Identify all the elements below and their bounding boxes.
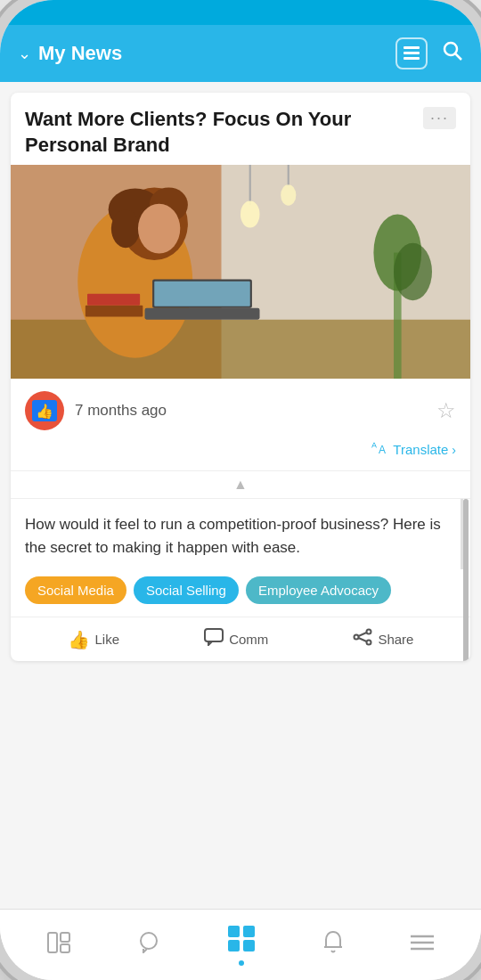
status-bar <box>0 0 481 25</box>
meta-left: 👍 7 months ago <box>25 391 167 430</box>
home-icon <box>227 925 256 957</box>
comment-icon <box>204 628 224 650</box>
content-area: Want More Clients? Focus On Your Persona… <box>0 82 481 909</box>
svg-rect-40 <box>228 940 240 951</box>
scroll-up-icon: ▲ <box>233 477 248 493</box>
translate-label: Translate <box>393 442 448 457</box>
nav-title-area[interactable]: ⌄ My News <box>18 42 122 65</box>
nav-item-feed[interactable] <box>37 928 81 962</box>
nav-icons <box>395 37 463 69</box>
svg-text:A: A <box>379 444 386 455</box>
svg-point-12 <box>111 209 140 248</box>
svg-point-30 <box>367 641 371 645</box>
article-title: Want More Clients? Focus On Your Persona… <box>25 107 416 158</box>
list-view-button[interactable] <box>395 37 428 69</box>
top-nav: ⌄ My News <box>0 25 481 82</box>
svg-rect-28 <box>205 629 223 641</box>
feed-icon <box>47 932 70 959</box>
scrollbar-track[interactable] <box>463 499 469 569</box>
nav-item-home[interactable] <box>216 921 266 969</box>
svg-point-25 <box>281 184 296 206</box>
svg-point-23 <box>240 201 260 228</box>
nav-title: My News <box>38 42 122 65</box>
svg-rect-18 <box>87 294 140 306</box>
svg-point-29 <box>367 630 371 634</box>
card-menu-button[interactable]: ··· <box>423 107 456 129</box>
svg-line-33 <box>359 633 367 636</box>
card-header: Want More Clients? Focus On Your Persona… <box>11 93 470 165</box>
share-button[interactable]: Share <box>353 628 413 650</box>
svg-point-21 <box>394 243 432 301</box>
svg-rect-35 <box>61 933 69 942</box>
svg-rect-16 <box>154 282 250 306</box>
svg-rect-17 <box>86 306 143 317</box>
svg-point-3 <box>444 43 457 55</box>
nav-item-chat[interactable] <box>126 928 171 962</box>
nav-item-menu[interactable] <box>400 929 444 961</box>
like-label: Like <box>95 632 120 647</box>
svg-rect-14 <box>145 308 260 320</box>
comment-label: Comm <box>229 632 268 647</box>
svg-rect-0 <box>404 46 420 49</box>
scrollbar-thumb[interactable] <box>463 499 469 661</box>
nav-item-notifications[interactable] <box>312 927 355 963</box>
translate-button[interactable]: ᴬ A Translate › <box>371 439 456 460</box>
translate-row: ᴬ A Translate › <box>11 439 470 471</box>
translate-chevron-icon: › <box>452 443 456 457</box>
svg-point-37 <box>141 933 157 949</box>
bookmark-icon[interactable]: ☆ <box>436 398 456 423</box>
comment-button[interactable]: Comm <box>204 628 268 650</box>
translate-icon: ᴬ A <box>371 439 389 460</box>
phone-frame: ⌄ My News Want More Cl <box>0 0 481 980</box>
svg-text:ᴬ: ᴬ <box>371 440 377 454</box>
excerpt-container: How would it feel to run a competition-p… <box>11 499 470 569</box>
tag-social-media[interactable]: Social Media <box>25 576 126 604</box>
active-indicator <box>239 960 244 966</box>
svg-rect-36 <box>61 944 69 952</box>
thumbs-up-icon: 👍 <box>36 403 53 420</box>
menu-icon <box>411 933 434 958</box>
svg-line-32 <box>359 638 367 641</box>
tags-row: Social Media Social Selling Employee Adv… <box>11 569 470 617</box>
search-button[interactable] <box>442 40 463 67</box>
share-label: Share <box>378 632 413 647</box>
svg-line-4 <box>455 53 461 60</box>
svg-point-31 <box>355 635 359 640</box>
svg-rect-38 <box>228 926 240 937</box>
bottom-nav <box>0 909 481 980</box>
time-ago: 7 months ago <box>75 402 167 420</box>
article-image <box>11 165 470 379</box>
tag-employee-advocacy[interactable]: Employee Advocacy <box>246 576 391 604</box>
source-icon-inner: 👍 <box>32 400 57 421</box>
nav-chevron-icon: ⌄ <box>18 44 31 63</box>
source-icon: 👍 <box>25 391 64 430</box>
article-excerpt: How would it feel to run a competition-p… <box>11 499 463 569</box>
svg-point-13 <box>138 204 180 254</box>
article-card: Want More Clients? Focus On Your Persona… <box>11 93 470 661</box>
svg-rect-2 <box>404 57 420 60</box>
svg-rect-39 <box>243 926 255 937</box>
action-bar: 👍 Like Comm <box>11 617 470 661</box>
svg-rect-1 <box>404 52 420 54</box>
scroll-indicator: ▲ <box>11 471 470 499</box>
tag-social-selling[interactable]: Social Selling <box>134 576 239 604</box>
svg-rect-34 <box>48 933 57 952</box>
chat-icon <box>137 932 160 959</box>
like-button[interactable]: 👍 Like <box>68 629 120 650</box>
meta-row: 👍 7 months ago ☆ <box>11 379 470 439</box>
share-icon <box>353 628 372 650</box>
svg-rect-41 <box>243 940 255 951</box>
like-icon: 👍 <box>68 629 90 650</box>
notifications-icon <box>322 931 344 960</box>
